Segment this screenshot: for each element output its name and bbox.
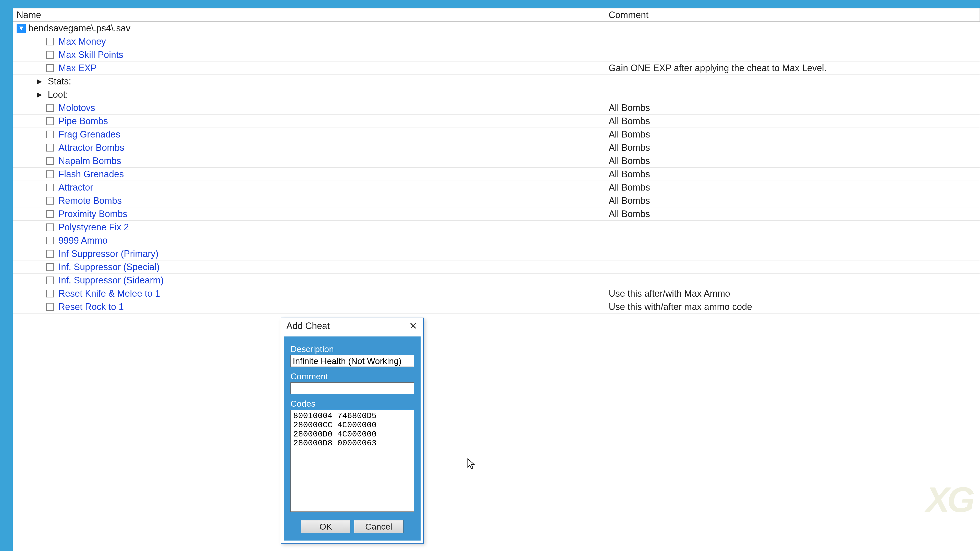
checkbox[interactable] xyxy=(46,197,54,205)
table-row[interactable]: Frag GrenadesAll Bombs xyxy=(13,128,980,141)
checkbox[interactable] xyxy=(46,303,54,311)
cheat-comment: All Bombs xyxy=(605,156,980,166)
table-row[interactable]: Reset Knife & Melee to 1Use this after/w… xyxy=(13,287,980,300)
cancel-button[interactable]: Cancel xyxy=(354,520,404,533)
cheat-comment: All Bombs xyxy=(605,129,980,140)
cheat-label[interactable]: Reset Rock to 1 xyxy=(59,302,124,312)
table-row[interactable]: Inf Suppressor (Primary) xyxy=(13,247,980,260)
cheat-comment: Gain ONE EXP after applying the cheat to… xyxy=(605,63,980,73)
chevron-right-icon[interactable]: ▶ xyxy=(36,78,43,85)
table-row[interactable]: ▶Stats: xyxy=(13,75,980,88)
cheat-comment: All Bombs xyxy=(605,195,980,206)
cheat-label[interactable]: Max Skill Points xyxy=(59,49,123,60)
dialog-button-row: OK Cancel xyxy=(290,520,414,533)
cheat-label[interactable]: 9999 Ammo xyxy=(59,235,107,246)
description-label: Description xyxy=(290,344,414,354)
cheat-comment: All Bombs xyxy=(605,209,980,219)
chevron-right-icon[interactable]: ▶ xyxy=(36,91,43,98)
root-label: bendsavegame\.ps4\.sav xyxy=(28,23,130,34)
checkbox[interactable] xyxy=(46,104,54,112)
checkbox[interactable] xyxy=(46,118,54,125)
codes-textarea[interactable] xyxy=(290,410,414,512)
chevron-down-icon[interactable]: ▼ xyxy=(17,24,26,33)
table-row[interactable]: Polystyrene Fix 2 xyxy=(13,221,980,234)
checkbox[interactable] xyxy=(46,263,54,271)
cheat-label[interactable]: Inf. Suppressor (Sidearm) xyxy=(59,275,164,286)
table-row[interactable]: Proximity BombsAll Bombs xyxy=(13,207,980,221)
cheat-label[interactable]: Remote Bombs xyxy=(59,195,122,206)
add-cheat-dialog: Add Cheat ✕ Description Comment Codes OK… xyxy=(281,318,424,544)
table-row[interactable]: Max EXPGain ONE EXP after applying the c… xyxy=(13,62,980,75)
table-row[interactable]: AttractorAll Bombs xyxy=(13,181,980,194)
table-row[interactable]: Reset Rock to 1Use this with/after max a… xyxy=(13,300,980,313)
checkbox[interactable] xyxy=(46,290,54,297)
table-row[interactable]: Max Skill Points xyxy=(13,48,980,62)
checkbox[interactable] xyxy=(46,64,54,72)
cheat-comment: All Bombs xyxy=(605,142,980,153)
table-row[interactable]: ▶Loot: xyxy=(13,88,980,101)
description-input[interactable] xyxy=(290,355,414,367)
table-row[interactable]: Max Money xyxy=(13,35,980,48)
cheat-label[interactable]: Max Money xyxy=(59,36,106,47)
table-row[interactable]: Flash GrenadesAll Bombs xyxy=(13,168,980,181)
table-row[interactable]: Remote BombsAll Bombs xyxy=(13,194,980,207)
codes-label: Codes xyxy=(290,399,414,409)
cheat-label[interactable]: Molotovs xyxy=(59,103,95,113)
table-row[interactable]: Attractor BombsAll Bombs xyxy=(13,141,980,154)
checkbox[interactable] xyxy=(46,276,54,284)
cheat-label[interactable]: Inf Suppressor (Primary) xyxy=(59,248,159,259)
table-row[interactable]: MolotovsAll Bombs xyxy=(13,101,980,114)
col-header-comment[interactable]: Comment xyxy=(605,8,980,21)
cheat-comment: All Bombs xyxy=(605,182,980,193)
checkbox[interactable] xyxy=(46,184,54,191)
checkbox[interactable] xyxy=(46,157,54,165)
content-area: Name Comment ▼ bendsavegame\.ps4\.sav Ma… xyxy=(13,8,980,551)
cheat-comment: All Bombs xyxy=(605,116,980,127)
cheat-label[interactable]: Attractor Bombs xyxy=(59,142,124,153)
group-label: Stats: xyxy=(48,76,71,87)
window-frame: Name Comment ▼ bendsavegame\.ps4\.sav Ma… xyxy=(0,0,980,551)
cheat-label[interactable]: Pipe Bombs xyxy=(59,116,108,127)
cheat-label[interactable]: Polystyrene Fix 2 xyxy=(59,222,129,233)
table-row[interactable]: Inf. Suppressor (Special) xyxy=(13,260,980,274)
group-label: Loot: xyxy=(48,89,68,100)
comment-input[interactable] xyxy=(290,383,414,394)
cheat-label[interactable]: Flash Grenades xyxy=(59,169,124,179)
checkbox[interactable] xyxy=(46,210,54,218)
cheat-label[interactable]: Proximity Bombs xyxy=(59,209,127,219)
close-icon[interactable]: ✕ xyxy=(406,320,420,332)
table-row[interactable]: 9999 Ammo xyxy=(13,234,980,247)
cheat-tree: ▼ bendsavegame\.ps4\.sav Max MoneyMax Sk… xyxy=(13,22,980,313)
checkbox[interactable] xyxy=(46,130,54,138)
table-row[interactable]: Inf. Suppressor (Sidearm) xyxy=(13,274,980,287)
cheat-comment: All Bombs xyxy=(605,103,980,113)
col-header-name[interactable]: Name xyxy=(13,8,605,21)
cheat-label[interactable]: Attractor xyxy=(59,182,93,193)
dialog-title: Add Cheat xyxy=(286,321,330,331)
ok-button[interactable]: OK xyxy=(301,520,350,533)
checkbox[interactable] xyxy=(46,170,54,178)
cheat-label[interactable]: Max EXP xyxy=(59,63,97,73)
checkbox[interactable] xyxy=(46,38,54,45)
table-row[interactable]: Napalm BombsAll Bombs xyxy=(13,154,980,168)
cheat-label[interactable]: Reset Knife & Melee to 1 xyxy=(59,288,160,299)
checkbox[interactable] xyxy=(46,224,54,231)
comment-label: Comment xyxy=(290,372,414,381)
cheat-label[interactable]: Napalm Bombs xyxy=(59,156,121,166)
table-header: Name Comment xyxy=(13,8,980,22)
checkbox[interactable] xyxy=(46,51,54,59)
cheat-comment: Use this after/with Max Ammo xyxy=(605,288,980,299)
dialog-body: Description Comment Codes OK Cancel xyxy=(284,337,421,540)
cheat-label[interactable]: Frag Grenades xyxy=(59,129,120,140)
cheat-comment: Use this with/after max ammo code xyxy=(605,302,980,312)
checkbox[interactable] xyxy=(46,250,54,258)
watermark-logo: XG xyxy=(926,479,972,520)
dialog-titlebar[interactable]: Add Cheat ✕ xyxy=(281,318,423,334)
checkbox[interactable] xyxy=(46,237,54,245)
tree-root-row[interactable]: ▼ bendsavegame\.ps4\.sav xyxy=(13,22,980,35)
cheat-comment: All Bombs xyxy=(605,169,980,179)
table-row[interactable]: Pipe BombsAll Bombs xyxy=(13,114,980,128)
cheat-label[interactable]: Inf. Suppressor (Special) xyxy=(59,262,159,272)
checkbox[interactable] xyxy=(46,144,54,151)
